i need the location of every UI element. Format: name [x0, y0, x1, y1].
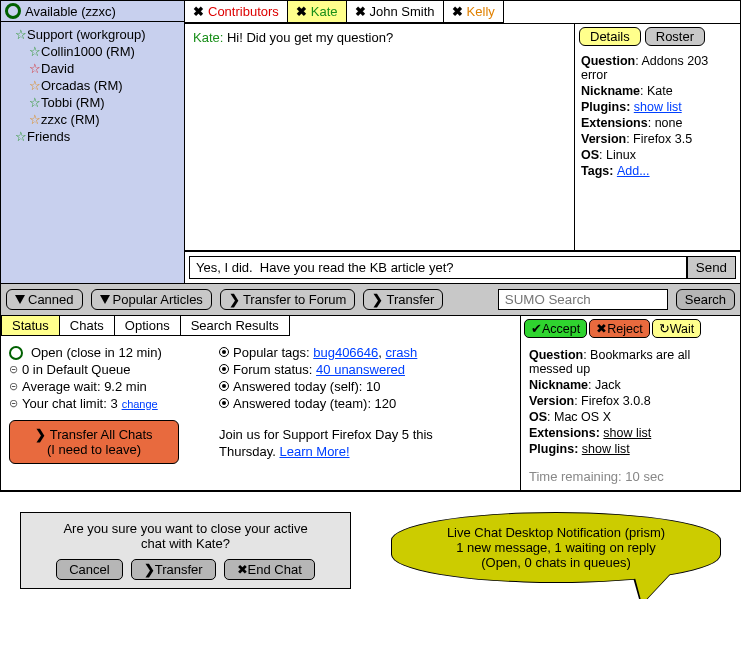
- btn-label: Transfer: [386, 292, 434, 307]
- transfer-forum-button[interactable]: ❯Transfer to Forum: [220, 289, 356, 310]
- value: : none: [648, 116, 683, 130]
- tab-search-results[interactable]: Search Results: [181, 316, 290, 336]
- sidebar: Available (zzxc) ☆Support (workgroup) ☆C…: [1, 1, 185, 283]
- canned-button[interactable]: Canned: [6, 289, 83, 310]
- tab-kelly[interactable]: ✖Kelly: [444, 1, 504, 23]
- label: Version: [581, 132, 626, 146]
- close-icon[interactable]: ✖: [296, 4, 307, 19]
- bottom-content: Open (close in 12 min) ⊝0 in Default Que…: [1, 336, 520, 472]
- label: Popular tags:: [233, 345, 313, 360]
- incoming-panel: ✔Accept ✖Reject ↻Wait Question: Bookmark…: [520, 316, 740, 490]
- arrow-icon: ❯: [229, 292, 240, 307]
- tab-status[interactable]: Status: [1, 316, 60, 336]
- tab-contributors[interactable]: ✖Contributors: [185, 1, 288, 23]
- tab-options[interactable]: Options: [115, 316, 181, 336]
- star-icon: ☆: [15, 27, 27, 42]
- notification-bubble: Live Chat Desktop Notification (prism) 1…: [391, 512, 721, 583]
- accept-button[interactable]: ✔Accept: [524, 319, 587, 338]
- tab-kate[interactable]: ✖Kate: [288, 1, 347, 23]
- msg-text: Hi! Did you get my question?: [223, 30, 393, 45]
- contact-name: zzxc (RM): [41, 112, 100, 127]
- label: OS: [581, 148, 599, 162]
- tab-label: Kate: [311, 4, 338, 19]
- question-details: Question: Bookmarks are all messed up Ni…: [521, 341, 740, 463]
- label: Plugins:: [581, 100, 634, 114]
- close-icon[interactable]: ✖: [452, 4, 463, 19]
- label: OS: [529, 410, 547, 424]
- presence-text: Available (zzxc): [25, 4, 116, 19]
- plugins-link[interactable]: show list: [634, 100, 682, 114]
- group-support[interactable]: ☆Support (workgroup): [7, 26, 178, 43]
- check-icon: ✔: [531, 322, 542, 336]
- btn-sublabel: (I need to leave): [47, 442, 141, 457]
- queue-count: 0 in Default Queue: [22, 362, 130, 377]
- presence-bar[interactable]: Available (zzxc): [1, 1, 184, 22]
- chevron-down-icon: [100, 295, 110, 304]
- contact-item[interactable]: ☆zzxc (RM): [7, 111, 178, 128]
- value: : Mac OS X: [547, 410, 611, 424]
- search-button[interactable]: Search: [676, 289, 735, 310]
- group-label: Support (workgroup): [27, 27, 146, 42]
- avg-wait: Average wait: 9.2 min: [22, 379, 147, 394]
- wait-button[interactable]: ↻Wait: [652, 319, 702, 338]
- contact-name: Orcadas (RM): [41, 78, 123, 93]
- btn-label: Canned: [28, 292, 74, 307]
- bullet-icon: [219, 347, 229, 357]
- value: : Firefox 3.5: [626, 132, 692, 146]
- end-chat-button[interactable]: ✖End Chat: [224, 559, 315, 580]
- label: Nickname: [581, 84, 640, 98]
- roster-tab[interactable]: Roster: [645, 27, 705, 46]
- btn-label: Transfer to Forum: [243, 292, 347, 307]
- ext-link[interactable]: show list: [603, 426, 651, 440]
- contact-name: David: [41, 61, 74, 76]
- chat-input[interactable]: [189, 256, 687, 279]
- transfer-all-button[interactable]: ❯ Transfer All Chats (I need to leave): [9, 420, 179, 464]
- tab-chats[interactable]: Chats: [60, 316, 115, 336]
- btn-label: Popular Articles: [113, 292, 203, 307]
- top-row: Available (zzxc) ☆Support (workgroup) ☆C…: [1, 1, 740, 284]
- tags-link[interactable]: Add...: [617, 164, 650, 178]
- tag-link[interactable]: crash: [386, 345, 418, 360]
- star-icon: ☆: [29, 44, 41, 59]
- answered-team: Answered today (team): 120: [233, 396, 396, 411]
- tag-link[interactable]: bug406646: [313, 345, 378, 360]
- contact-item[interactable]: ☆David: [7, 60, 178, 77]
- star-icon: ☆: [29, 78, 41, 93]
- group-friends[interactable]: ☆Friends: [7, 128, 178, 145]
- contact-item[interactable]: ☆Tobbi (RM): [7, 94, 178, 111]
- arrow-icon: ❯: [372, 292, 383, 307]
- group-label: Friends: [27, 129, 70, 144]
- details-tab[interactable]: Details: [579, 27, 641, 46]
- dialog-buttons: Cancel ❯Transfer ✖End Chat: [29, 559, 342, 580]
- label: Forum status:: [233, 362, 316, 377]
- label: Plugins:: [529, 442, 582, 456]
- label: Extensions: [581, 116, 648, 130]
- forum-link[interactable]: 40 unanswered: [316, 362, 405, 377]
- popular-button[interactable]: Popular Articles: [91, 289, 212, 310]
- arrow-icon: ❯: [144, 562, 155, 577]
- contact-item[interactable]: ☆Collin1000 (RM): [7, 43, 178, 60]
- tab-john[interactable]: ✖John Smith: [347, 1, 444, 23]
- promo-link[interactable]: Learn More!: [279, 444, 349, 459]
- label: Tags:: [581, 164, 617, 178]
- change-link[interactable]: change: [122, 398, 158, 410]
- send-button[interactable]: Send: [687, 256, 736, 279]
- star-icon: ☆: [29, 95, 41, 110]
- search-input[interactable]: [498, 289, 668, 310]
- contact-item[interactable]: ☆Orcadas (RM): [7, 77, 178, 94]
- close-icon[interactable]: ✖: [193, 4, 204, 19]
- cancel-button[interactable]: Cancel: [56, 559, 122, 580]
- reject-button[interactable]: ✖Reject: [589, 319, 649, 338]
- presence-icon: [9, 346, 23, 360]
- label: Question: [581, 54, 635, 68]
- contact-tree: ☆Support (workgroup) ☆Collin1000 (RM) ☆D…: [1, 22, 184, 149]
- chat-tabs: ✖Contributors ✖Kate ✖John Smith ✖Kelly: [185, 1, 740, 24]
- value: : Jack: [588, 378, 621, 392]
- close-icon[interactable]: ✖: [355, 4, 366, 19]
- bubble-line: Live Chat Desktop Notification (prism): [416, 525, 696, 540]
- transfer-button[interactable]: ❯Transfer: [363, 289, 443, 310]
- plg-link[interactable]: show list: [582, 442, 630, 456]
- promo-text: Join us for Support Firefox Day 5 this: [219, 427, 433, 442]
- transfer-button[interactable]: ❯Transfer: [131, 559, 216, 580]
- contact-name: Collin1000 (RM): [41, 44, 135, 59]
